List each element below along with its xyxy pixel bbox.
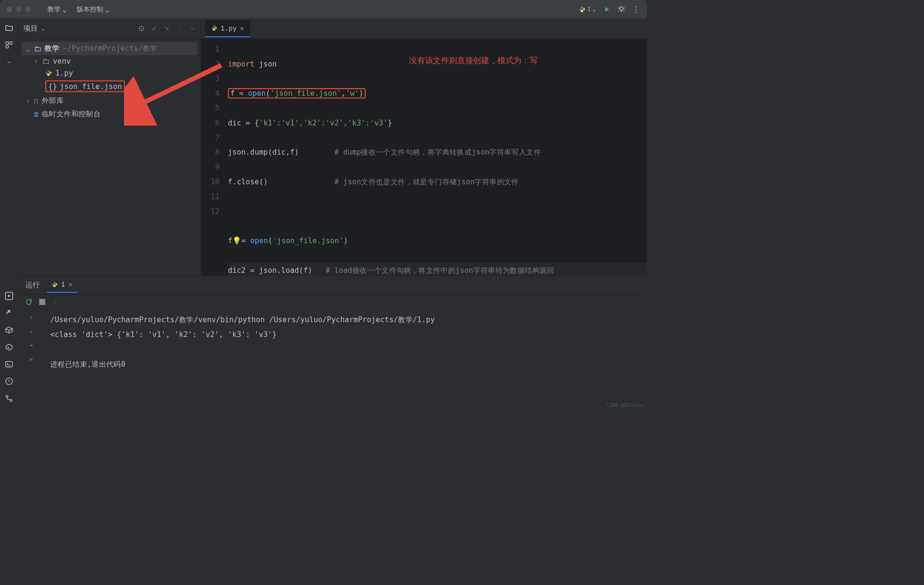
editor-area: 1.py ✕ 123456789101112 import json f = o… <box>201 19 647 276</box>
project-panel: 项目 ⌄ ⤢ ⤡ ⋮ — ⌄ 🗀 <box>19 19 202 276</box>
expand-icon[interactable]: ⤢ <box>151 25 158 32</box>
run-output[interactable]: /Users/yuluo/PycharmProjects/教学/venv/bin… <box>44 294 647 410</box>
tree-root[interactable]: ⌄ 🗀 教学 ~/PycharmProjects/教学 <box>22 42 198 56</box>
more-menu-icon[interactable]: ⋮ <box>632 4 640 14</box>
close-window-icon[interactable] <box>7 7 12 12</box>
annotation-text: 没有该文件则直接创建，模式为：写 <box>409 53 538 68</box>
git-icon[interactable] <box>5 394 13 403</box>
svg-rect-3 <box>10 42 12 44</box>
python-icon <box>45 69 52 76</box>
project-tree: ⌄ 🗀 教学 ~/PycharmProjects/教学 › 🗀 venv <box>19 39 201 124</box>
run-tab[interactable]: 1 ✕ <box>46 277 77 293</box>
ide-window: 教学 ⌄ 版本控制 ⌄ 1 ⌄ ⋮ ⋯ <box>0 0 647 409</box>
problems-icon[interactable] <box>5 377 13 386</box>
svg-rect-4 <box>6 45 8 48</box>
chevron-down-icon[interactable]: ⌄ <box>42 25 45 32</box>
minimize-window-icon[interactable] <box>16 7 22 12</box>
tree-external[interactable]: › ⎍ 外部库 <box>22 94 198 107</box>
run-header: 运行 1 ✕ <box>19 276 647 294</box>
run-panel: 运行 1 ✕ ⋮ ↑ ↓ ⇥ <box>19 275 647 409</box>
tree-venv[interactable]: › 🗀 venv <box>22 56 198 68</box>
python-console-icon[interactable] <box>5 309 13 317</box>
svg-point-11 <box>141 28 142 29</box>
editor-tabs: 1.py ✕ <box>201 19 647 39</box>
close-icon[interactable]: ✕ <box>240 24 244 32</box>
wrap-icon[interactable]: ⇥ <box>29 342 33 348</box>
folder-icon: 🗀 <box>42 57 49 66</box>
services-icon[interactable] <box>5 343 13 351</box>
chevron-down-icon: ⌄ <box>25 45 31 53</box>
gutter: 123456789101112 <box>201 39 225 276</box>
json-icon: {} <box>48 82 57 91</box>
tree-scratch[interactable]: ≣ 临时文件和控制台 <box>22 107 198 121</box>
run-side-icons: ↑ ↓ ⇥ ⇲ <box>19 309 44 409</box>
project-header: 项目 ⌄ ⤢ ⤡ ⋮ — <box>19 19 201 39</box>
rerun-icon[interactable] <box>25 298 33 305</box>
tree-file-py[interactable]: 1.py <box>22 67 198 79</box>
chevron-down-icon: ⌄ <box>105 5 109 13</box>
svg-point-9 <box>10 399 12 401</box>
menu-vcs[interactable]: 版本控制 ⌄ <box>73 3 113 15</box>
chevron-right-icon: › <box>34 57 39 66</box>
maximize-window-icon[interactable] <box>25 7 31 12</box>
svg-point-8 <box>6 395 8 397</box>
run-button[interactable] <box>603 5 611 13</box>
menu-project[interactable]: 教学 ⌄ <box>44 3 70 15</box>
close-icon[interactable]: ✕ <box>68 281 72 289</box>
run-tool-icon[interactable] <box>5 292 13 300</box>
target-icon[interactable] <box>138 25 145 32</box>
titlebar: 教学 ⌄ 版本控制 ⌄ 1 ⌄ ⋮ <box>0 0 647 19</box>
scratch-icon: ≣ <box>34 110 38 118</box>
minimize-panel-icon[interactable]: — <box>189 25 196 32</box>
chevron-down-icon: ⌄ <box>593 6 596 12</box>
more-icon[interactable]: ⋯ <box>5 57 13 66</box>
svg-rect-6 <box>6 361 12 367</box>
python-icon <box>211 25 217 31</box>
editor-tab[interactable]: 1.py ✕ <box>205 20 250 37</box>
packages-icon[interactable] <box>5 326 13 334</box>
stop-icon[interactable] <box>39 299 45 305</box>
svg-rect-2 <box>6 42 8 44</box>
up-icon[interactable]: ↑ <box>29 315 33 321</box>
terminal-icon[interactable] <box>5 360 13 369</box>
traffic-lights <box>7 7 31 12</box>
code-editor[interactable]: 123456789101112 import json f = open('js… <box>201 39 647 276</box>
run-title-label: 运行 <box>25 280 40 290</box>
tree-file-json[interactable]: {} json_file.json <box>22 79 198 94</box>
watermark: CSDN @GDYuLuo <box>607 403 643 408</box>
python-icon <box>52 281 58 288</box>
structure-icon[interactable] <box>5 41 13 49</box>
library-icon: ⎍ <box>34 96 38 105</box>
bulb-icon[interactable]: 💡 <box>232 236 241 245</box>
scroll-icon[interactable]: ⇲ <box>29 356 33 362</box>
svg-point-1 <box>582 11 583 11</box>
interpreter-selector[interactable]: 1 ⌄ <box>579 6 596 12</box>
folder-icon[interactable] <box>5 23 13 32</box>
python-icon <box>579 6 586 12</box>
chevron-right-icon: › <box>25 96 31 105</box>
svg-point-0 <box>581 7 582 8</box>
project-title-label: 项目 <box>23 23 38 34</box>
left-tool-rail: ⋯ <box>0 19 19 410</box>
debug-button[interactable] <box>617 5 625 13</box>
collapse-icon[interactable]: ⤡ <box>164 25 170 32</box>
folder-icon: 🗀 <box>34 45 41 53</box>
more-icon[interactable]: ⋮ <box>176 25 183 32</box>
more-icon[interactable]: ⋮ <box>52 299 57 305</box>
chevron-down-icon: ⌄ <box>63 5 67 13</box>
down-icon[interactable]: ↓ <box>29 328 33 334</box>
